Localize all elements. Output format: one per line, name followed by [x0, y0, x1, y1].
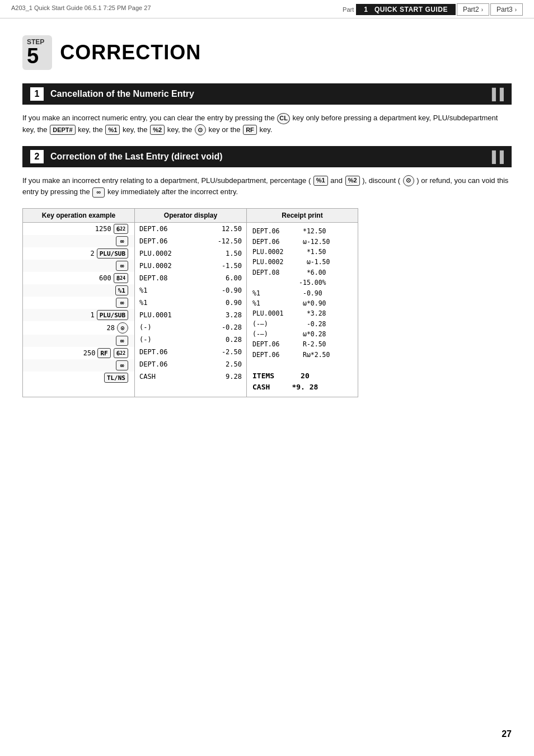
page-header: A203_1 Quick Start Guide 06.5.1 7:25 PM …	[0, 0, 534, 18]
tab-part2[interactable]: Part2 ›	[457, 3, 489, 16]
tab-part1-active[interactable]: 1 QUICK START GUIDE	[356, 4, 456, 15]
nav-tabs: Part 1 QUICK START GUIDE Part2 › Part3 ›	[343, 3, 523, 16]
op-row-6: %1-0.90	[135, 284, 246, 297]
key-ops-header: Key operation example	[23, 209, 134, 223]
section2-number: 2	[30, 150, 44, 163]
key-row-7: ∞	[23, 297, 134, 309]
key-row-3: 2 PLU/SUB	[23, 247, 134, 260]
key-row-9: 28 ⊙	[23, 321, 134, 335]
pct1-key: %1	[105, 125, 120, 135]
main-content: STEP 5 CORRECTION 1 Cancellation of the …	[0, 18, 534, 420]
op-row-4: PLU.0002-1.50	[135, 260, 246, 272]
receipt-header: Receipt print	[247, 209, 358, 223]
step-header: STEP 5 CORRECTION	[22, 35, 512, 70]
section1-title: Cancellation of the Numeric Entry	[50, 89, 194, 99]
part-label: Part	[343, 6, 354, 13]
key-row-2: ∞	[23, 235, 134, 247]
tab-part3[interactable]: Part3 ›	[490, 3, 523, 16]
op-row-12: DEPT.062.50	[135, 358, 246, 370]
circle-key2: ⊙	[403, 175, 414, 186]
op-row-7: %10.90	[135, 297, 246, 309]
section1-header: 1 Cancellation of the Numeric Entry ▐▐	[22, 83, 512, 105]
op-row-1: DEPT.0612.50	[135, 223, 246, 235]
op-row-13: CASH9.28	[135, 370, 246, 383]
pct2-key: %2	[150, 125, 165, 135]
op-row-8: PLU.00013.28	[135, 309, 246, 321]
op-row-3: PLU.00021.50	[135, 247, 246, 260]
key-row-13: TL/NS	[23, 372, 134, 384]
circle-key: ⊙	[195, 124, 206, 135]
key-row-5: 600 824	[23, 272, 134, 284]
section1-body: If you make an incorrect numeric entry, …	[22, 112, 512, 136]
step-box: STEP 5	[22, 35, 52, 70]
part1-guide-label: QUICK START GUIDE	[374, 6, 448, 13]
part1-number: 1	[364, 6, 368, 13]
key-row-6: %1	[23, 284, 134, 297]
op-row-2: DEPT.06-12.50	[135, 235, 246, 247]
cl-key: CL	[277, 113, 290, 124]
operator-column: Operator display DEPT.0612.50 DEPT.06-12…	[134, 208, 246, 397]
receipt-content: DEPT.06 *12.50 DEPT.06 ω-12.50 PLU.0002 …	[247, 223, 358, 397]
key-row-12: ∞	[23, 359, 134, 372]
op-row-10: (-)0.28	[135, 334, 246, 346]
section2-body: If you make an incorrect entry relating …	[22, 175, 512, 199]
op-row-9: (-)-0.28	[135, 321, 246, 334]
dept-key: DEPT#	[50, 125, 75, 135]
key-row-4: ∞	[23, 260, 134, 272]
chevron-right-icon-2: ›	[515, 7, 517, 13]
void-key: ∞	[92, 187, 105, 198]
section2-title: Correction of the Last Entry (direct voi…	[50, 152, 223, 162]
step-number: 5	[27, 45, 44, 67]
page-number: 27	[502, 729, 512, 739]
key-row-10: ∞	[23, 335, 134, 347]
file-info: A203_1 Quick Start Guide 06.5.1 7:25 PM …	[11, 4, 151, 11]
receipt-column: Receipt print DEPT.06 *12.50 DEPT.06 ω-1…	[246, 208, 358, 397]
section1-icon: ▐▐	[488, 88, 504, 101]
rf-key: RF	[243, 125, 257, 135]
key-row-1: 1250 622	[23, 223, 134, 235]
section2-icon: ▐▐	[488, 150, 504, 163]
operation-table: Key operation example 1250 622 ∞ 2 PLU/S…	[22, 208, 512, 397]
key-row-8: 1 PLU/SUB	[23, 309, 134, 321]
key-ops-column: Key operation example 1250 622 ∞ 2 PLU/S…	[22, 208, 134, 397]
pct1-key2: %1	[313, 176, 328, 186]
pct2-key2: %2	[345, 176, 360, 186]
section2-header: 2 Correction of the Last Entry (direct v…	[22, 146, 512, 167]
section1-number: 1	[30, 87, 44, 101]
op-row-5: DEPT.086.00	[135, 272, 246, 284]
op-row-11: DEPT.06-2.50	[135, 346, 246, 358]
step-title: CORRECTION	[60, 41, 201, 64]
key-row-11: 250 RF 622	[23, 347, 134, 359]
operator-header: Operator display	[135, 209, 246, 223]
chevron-right-icon: ›	[481, 7, 483, 13]
